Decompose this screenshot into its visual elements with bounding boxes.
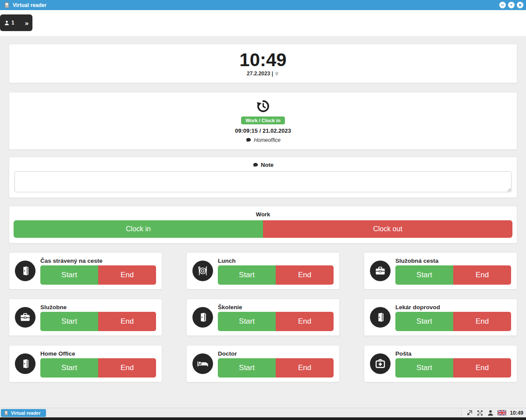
comment-icon: [245, 137, 252, 143]
activity-start-button[interactable]: Start: [218, 312, 276, 331]
clock-in-button[interactable]: Clock in: [14, 220, 263, 238]
restore-button[interactable]: [508, 2, 515, 8]
activity-card: Doctor Start End: [186, 345, 340, 382]
activity-end-button[interactable]: End: [453, 312, 511, 331]
activity-start-button[interactable]: Start: [395, 312, 453, 331]
activity-end-button[interactable]: End: [98, 265, 156, 285]
activity-end-button[interactable]: End: [453, 358, 511, 378]
activity-title: Pošta: [395, 350, 511, 357]
activity-start-button[interactable]: Start: [395, 358, 453, 378]
activity-end-button[interactable]: End: [276, 265, 334, 285]
activity-card: Školenie Start End: [186, 299, 340, 336]
briefcase-icon: [370, 261, 391, 281]
door-open-icon: [370, 307, 391, 328]
door-open-icon: [192, 307, 213, 328]
activity-end-button[interactable]: End: [453, 265, 511, 285]
history-icon: [256, 99, 270, 113]
activity-card: Čas strávený na ceste Start End: [9, 252, 162, 289]
activity-card: Služobne Start End: [9, 299, 162, 336]
briefcase-icon: [15, 307, 36, 328]
activity-title: Služobná cesta: [395, 258, 511, 264]
note-label-text: Note: [261, 162, 274, 168]
window-titlebar: Virtual reader: [0, 0, 526, 10]
work-card: Work Clock in Clock out: [9, 206, 517, 244]
activity-title: Lunch: [218, 258, 334, 264]
user-icon[interactable]: [487, 409, 494, 416]
activity-card: Služobná cesta Start End: [364, 252, 517, 289]
clock-card: 10:49 27.2.2023 |: [9, 44, 517, 83]
note-card: Note: [9, 157, 517, 198]
close-button[interactable]: [517, 2, 523, 8]
activity-title: Doctor: [218, 350, 334, 357]
app-icon: [4, 410, 9, 416]
note-textarea[interactable]: [14, 171, 512, 192]
chevron-down-icon: [509, 3, 513, 7]
restore-down-icon[interactable]: [466, 409, 473, 416]
activity-title: Školenie: [218, 304, 334, 311]
last-event-datetime: 09:09:15 / 21.02.2023: [235, 127, 291, 134]
window-controls: [499, 2, 523, 8]
activity-card: Lunch Start End: [186, 252, 340, 289]
medkit-icon: [370, 353, 391, 374]
current-time: 10:49: [239, 50, 286, 70]
taskbar-app-label: Virtual reader: [11, 410, 41, 416]
taskbar-app-button[interactable]: Virtual reader: [1, 409, 46, 417]
activity-card: Lekár doprovod Start End: [364, 299, 517, 336]
user-icon: [4, 20, 10, 26]
uk-flag-icon[interactable]: [498, 410, 506, 416]
current-date: 27.2.2023 |: [247, 71, 279, 77]
activity-start-button[interactable]: Start: [40, 358, 98, 378]
last-event-badge: Work / Clock in: [241, 116, 284, 124]
activity-title: Home Office: [40, 350, 156, 357]
main-content: 10:49 27.2.2023 | Work / Clock in 09:09:…: [0, 36, 526, 408]
clock-out-button[interactable]: Clock out: [263, 220, 512, 238]
activity-start-button[interactable]: Start: [40, 312, 98, 331]
minimize-button[interactable]: [499, 2, 506, 8]
app-icon: [4, 2, 10, 8]
taskbar-tray: 10:49: [461, 409, 523, 416]
activity-title: Služobne: [40, 304, 156, 311]
window-title: Virtual reader: [13, 2, 46, 8]
activity-title: Čas strávený na ceste: [40, 258, 156, 264]
activity-start-button[interactable]: Start: [218, 358, 276, 378]
activity-title: Lekár doprovod: [395, 304, 511, 311]
activity-end-button[interactable]: End: [276, 358, 334, 378]
door-open-icon: [15, 261, 36, 281]
activity-start-button[interactable]: Start: [218, 265, 276, 285]
last-event-card: Work / Clock in 09:09:15 / 21.02.2023 Ho…: [9, 92, 517, 150]
location-pin-icon: [274, 71, 279, 77]
door-open-icon: [15, 353, 36, 374]
activity-start-button[interactable]: Start: [395, 265, 453, 285]
last-event-note-text: Homeoffice: [254, 137, 281, 143]
activity-end-button[interactable]: End: [98, 358, 156, 378]
restaurant-icon: [192, 261, 213, 281]
bottom-strip: [0, 417, 526, 420]
fullscreen-icon[interactable]: [476, 409, 483, 416]
date-text: 27.2.2023 |: [247, 71, 273, 77]
user-count: 1: [11, 20, 14, 26]
note-label: Note: [14, 162, 512, 168]
taskbar-time: 10:49: [510, 410, 523, 416]
user-panel-toggle[interactable]: 1 »: [0, 14, 32, 31]
activities-grid: Čas strávený na ceste Start End Lunch St…: [9, 252, 517, 382]
top-strip: 1 »: [0, 10, 526, 36]
activity-start-button[interactable]: Start: [40, 265, 98, 285]
activity-end-button[interactable]: End: [276, 312, 334, 331]
bed-icon: [192, 353, 213, 374]
comment-icon: [252, 162, 259, 168]
last-event-note: Homeoffice: [245, 137, 281, 143]
activity-card: Home Office Start End: [9, 345, 162, 382]
activity-end-button[interactable]: End: [98, 312, 156, 331]
work-label: Work: [14, 211, 512, 218]
double-chevron-icon[interactable]: »: [25, 20, 28, 26]
tray-separator: [461, 410, 462, 416]
activity-card: Pošta Start End: [364, 345, 517, 382]
minimize-icon: [501, 3, 505, 7]
close-icon: [518, 3, 522, 7]
work-buttons: Clock in Clock out: [14, 220, 512, 238]
taskbar: Virtual reader 10:49: [0, 408, 526, 417]
